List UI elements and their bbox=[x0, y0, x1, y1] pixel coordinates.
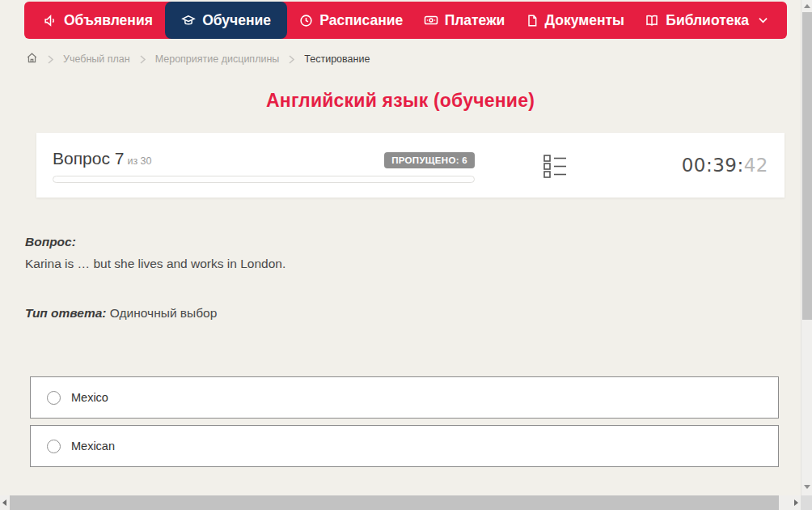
answer-type-label: Тип ответа: bbox=[25, 306, 107, 320]
question-label: Вопрос: bbox=[25, 235, 777, 249]
answer-type-row: Тип ответа: Одиночный выбор bbox=[25, 306, 777, 321]
nav-item-payments[interactable]: Платежи bbox=[416, 2, 514, 39]
breadcrumb-separator-icon bbox=[289, 55, 294, 64]
nav-label: Библиотека bbox=[666, 12, 749, 29]
breadcrumb-item-testing: Тестирование bbox=[304, 53, 370, 65]
horizontal-scrollbar[interactable] bbox=[0, 495, 801, 510]
nav-label: Объявления bbox=[64, 12, 153, 29]
horizontal-scrollbar-thumb[interactable] bbox=[10, 495, 779, 510]
page-title: Английский язык (обучение) bbox=[0, 90, 801, 112]
option-label: Mexico bbox=[71, 391, 108, 404]
vertical-scrollbar[interactable] bbox=[801, 0, 812, 495]
document-icon bbox=[526, 14, 539, 28]
breadcrumb-separator-icon bbox=[140, 55, 146, 64]
timer-seconds: 42 bbox=[744, 155, 768, 176]
clock-icon bbox=[299, 14, 313, 28]
progress-bar bbox=[53, 176, 475, 183]
question-progress-block: Вопрос 7из 30 ПРОПУЩЕНО: 6 bbox=[53, 149, 475, 183]
question-number: Вопрос 7из 30 bbox=[53, 149, 152, 168]
breadcrumb-home[interactable] bbox=[26, 52, 38, 66]
nav-label: Обучение bbox=[202, 12, 271, 29]
option-label: Mexican bbox=[71, 440, 115, 453]
scroll-down-arrow-icon[interactable] bbox=[804, 485, 810, 489]
answer-option-mexico[interactable]: Mexico bbox=[30, 376, 779, 419]
nav-label: Документы bbox=[545, 12, 624, 29]
chevron-down-icon bbox=[759, 17, 768, 23]
test-timer: 00:39:42 bbox=[682, 155, 768, 176]
book-icon bbox=[645, 13, 659, 28]
megaphone-icon bbox=[44, 14, 57, 28]
nav-label: Расписание bbox=[319, 12, 403, 29]
scroll-right-arrow-icon[interactable] bbox=[794, 499, 798, 506]
question-list-icon[interactable] bbox=[543, 153, 567, 183]
breadcrumb-item-discipline-event[interactable]: Мероприятие дисциплины bbox=[155, 53, 280, 65]
top-nav-bar: Объявления Обучение Расписание Платежи Д bbox=[24, 2, 787, 39]
nav-item-library[interactable]: Библиотека bbox=[636, 2, 776, 39]
home-icon bbox=[26, 52, 38, 66]
answer-type-value: Одиночный выбор bbox=[110, 306, 218, 320]
graduation-cap-icon bbox=[181, 13, 196, 28]
question-header-panel: Вопрос 7из 30 ПРОПУЩЕНО: 6 00:39:42 bbox=[36, 133, 785, 198]
app-window: Объявления Обучение Расписание Платежи Д bbox=[0, 0, 812, 510]
answer-option-mexican[interactable]: Mexican bbox=[30, 425, 779, 467]
scrollbar-corner bbox=[801, 495, 812, 510]
breadcrumb-separator-icon bbox=[48, 55, 53, 64]
timer-minutes: 00:39: bbox=[682, 155, 744, 176]
nav-item-schedule[interactable]: Расписание bbox=[291, 2, 411, 39]
breadcrumb-item-curriculum[interactable]: Учебный план bbox=[63, 53, 130, 65]
question-number-label: Вопрос 7 bbox=[53, 149, 124, 168]
nav-label: Платежи bbox=[445, 12, 505, 29]
nav-item-announcements[interactable]: Объявления bbox=[36, 2, 161, 39]
question-body: Вопрос: Karina is … but she lives and wo… bbox=[25, 235, 777, 321]
nav-item-documents[interactable]: Документы bbox=[518, 2, 632, 39]
vertical-scrollbar-thumb[interactable] bbox=[802, 12, 812, 320]
radio-button[interactable] bbox=[47, 391, 61, 405]
question-total-label: из 30 bbox=[127, 155, 151, 167]
nav-item-learning[interactable]: Обучение bbox=[165, 2, 287, 39]
breadcrumb: Учебный план Мероприятие дисциплины Тест… bbox=[26, 49, 370, 69]
scroll-left-arrow-icon[interactable] bbox=[2, 499, 6, 506]
skipped-badge: ПРОПУЩЕНО: 6 bbox=[384, 152, 475, 168]
cash-icon bbox=[424, 13, 438, 28]
answer-options: Mexico Mexican bbox=[30, 376, 779, 474]
scroll-up-arrow-icon[interactable] bbox=[804, 4, 810, 8]
radio-button[interactable] bbox=[47, 440, 61, 453]
question-text: Karina is … but she lives and works in L… bbox=[25, 257, 777, 271]
